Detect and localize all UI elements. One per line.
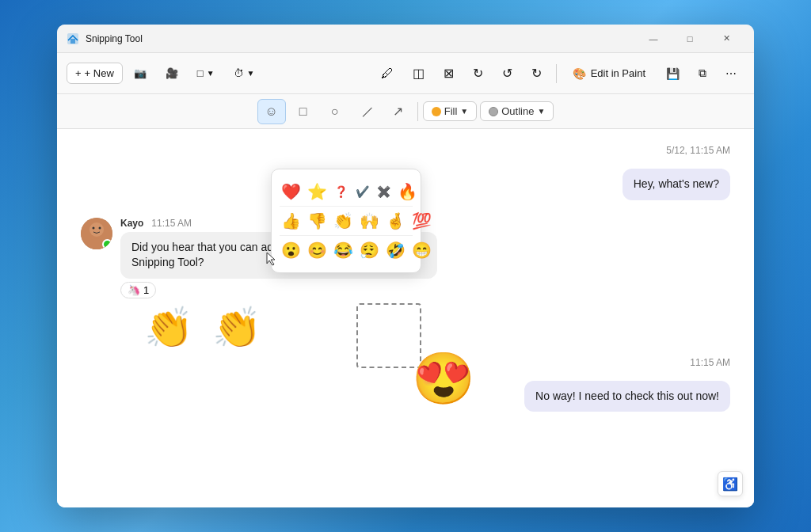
ep-question[interactable]: ❓	[332, 184, 350, 200]
emoji-row-1: ❤️ ⭐ ❓ ✔️ ✖️ 🔥	[280, 177, 413, 207]
clapping-emoji: 👏	[144, 306, 193, 350]
drawing-separator	[417, 102, 418, 121]
fill-label: Fill	[444, 105, 458, 117]
rect-tool-button[interactable]: □	[289, 99, 318, 124]
outline-label: Outline	[501, 105, 534, 117]
more-icon: ⋯	[725, 67, 737, 80]
ep-x[interactable]: ✖️	[375, 184, 393, 200]
minimize-button[interactable]: —	[635, 25, 672, 53]
ep-star[interactable]: ⭐	[306, 180, 329, 203]
pen-tool-button[interactable]: 🖊	[373, 63, 402, 85]
ep-wow[interactable]: 😮	[280, 239, 303, 261]
edit-paint-button[interactable]: 🎨 Edit in Paint	[563, 63, 655, 84]
svg-point-3	[89, 222, 104, 237]
timer-icon: ⏱	[234, 67, 244, 79]
crop-button[interactable]: ⊠	[436, 62, 462, 85]
circle-tool-button[interactable]: ○	[321, 99, 349, 124]
message2-timestamp: 5/12, 11:15 AM	[81, 145, 730, 156]
ep-exhale[interactable]: 😮‍💨	[358, 239, 381, 261]
emoji-picker: ❤️ ⭐ ❓ ✔️ ✖️ 🔥 👍 👎 👏 🙌 🤞 💯 😮	[271, 169, 421, 273]
ep-check[interactable]: ✔️	[353, 184, 371, 200]
drawing-toolbar: ☺ □ ○ — ↗ Fill ▼ Outline ▼	[57, 94, 754, 129]
ep-raised-hands[interactable]: 🙌	[358, 210, 381, 232]
pen-icon: 🖊	[381, 66, 394, 81]
crop-icon: ⊠	[444, 66, 454, 81]
toolbar-separator	[556, 64, 557, 83]
snip-icon: □	[197, 67, 204, 79]
ep-smile[interactable]: 😊	[306, 239, 329, 261]
rotate-button[interactable]: ↻	[465, 62, 491, 85]
arrow-tool-button[interactable]: ↗	[384, 99, 413, 124]
circle-tool-icon: ○	[331, 104, 339, 119]
camera-button[interactable]: 📷	[126, 63, 154, 83]
line-tool-icon: —	[357, 101, 376, 120]
timer-button[interactable]: ⏱ ▼	[226, 63, 263, 83]
save-button[interactable]: 💾	[658, 63, 687, 84]
undo-icon: ↺	[502, 66, 512, 81]
ep-thumbsdown[interactable]: 👎	[306, 210, 329, 232]
kayo-avatar	[81, 218, 112, 249]
new-label: + New	[85, 67, 114, 79]
emoji-row-3: 😮 😊 😂 😮‍💨 🤣 😁	[280, 236, 413, 264]
new-button[interactable]: + + New	[67, 63, 123, 84]
ep-rofl[interactable]: 🤣	[384, 239, 407, 261]
clapping-emoji2: 👏	[212, 306, 261, 350]
outline-chevron-icon: ▼	[537, 107, 545, 116]
video-button[interactable]: 🎥	[158, 63, 186, 83]
svg-point-5	[93, 226, 95, 229]
ep-fire[interactable]: 🔥	[396, 180, 419, 203]
rotate-icon: ↻	[473, 66, 483, 81]
ep-laugh[interactable]: 😂	[332, 239, 355, 261]
undo-button[interactable]: ↺	[494, 62, 520, 85]
ep-heart[interactable]: ❤️	[280, 180, 303, 203]
chat-area: 5/12, 11:15 AM Hey, what's new?	[57, 129, 754, 507]
outline-color-dot	[489, 107, 498, 116]
plus-icon: +	[75, 67, 82, 79]
ep-crossed-fingers[interactable]: 🤞	[384, 210, 407, 232]
svg-rect-1	[70, 39, 75, 44]
online-badge	[102, 239, 112, 249]
emoji-row-2: 👍 👎 👏 🙌 🤞 💯	[280, 207, 413, 236]
accessibility-icon[interactable]: ♿	[718, 471, 743, 496]
redo-icon: ↻	[531, 66, 542, 81]
more-button[interactable]: ⋯	[718, 63, 744, 84]
app-icon	[67, 32, 79, 45]
ep-grin[interactable]: 😁	[410, 239, 433, 261]
snip-mode-button[interactable]: □ ▼	[189, 63, 223, 83]
eraser-button[interactable]: ◫	[405, 62, 432, 85]
clapping-emoji-area: 👏 👏	[81, 308, 730, 348]
message3-bubble: No way! I need to check this out now!	[524, 381, 730, 412]
camera-icon: 📷	[134, 67, 147, 79]
redo-button[interactable]: ↻	[524, 62, 550, 85]
close-button[interactable]: ✕	[708, 25, 744, 53]
ep-clap[interactable]: 👏	[332, 210, 355, 232]
line-tool-button[interactable]: —	[352, 99, 381, 124]
maximize-button[interactable]: □	[672, 25, 708, 53]
main-content: 5/12, 11:15 AM Hey, what's new?	[57, 129, 754, 507]
app-window: Snipping Tool — □ ✕ + + New 📷 🎥 □ ▼ ⏱ ▼	[57, 25, 754, 507]
window-controls: — □ ✕	[635, 25, 744, 53]
emoji-tool-button[interactable]: ☺	[257, 99, 286, 124]
rect-tool-icon: □	[299, 104, 307, 119]
outline-button[interactable]: Outline ▼	[480, 101, 554, 121]
edit-paint-label: Edit in Paint	[591, 67, 645, 79]
message1-reaction[interactable]: 🦄 1	[120, 282, 156, 298]
paint-icon: 🎨	[573, 67, 586, 80]
fill-button[interactable]: Fill ▼	[423, 101, 478, 121]
message1-time: 11:15 AM	[151, 218, 192, 229]
arrow-tool-icon: ↗	[393, 104, 403, 119]
title-bar: Snipping Tool — □ ✕	[57, 25, 754, 53]
message2-bubble: Hey, what's new?	[623, 169, 730, 200]
copy-icon: ⧉	[699, 66, 706, 80]
save-icon: 💾	[666, 67, 680, 80]
eraser-icon: ◫	[413, 66, 425, 81]
window-title: Snipping Tool	[86, 33, 635, 44]
copy-button[interactable]: ⧉	[691, 63, 714, 84]
right-message-2: No way! I need to check this out now!	[81, 381, 730, 412]
fill-chevron-icon: ▼	[460, 107, 468, 116]
reaction-emoji: 🦄	[128, 284, 140, 296]
ep-100[interactable]: 💯	[410, 210, 433, 232]
message1-sender: Kayo	[120, 218, 143, 229]
svg-point-6	[99, 226, 101, 229]
ep-thumbsup[interactable]: 👍	[280, 210, 303, 232]
